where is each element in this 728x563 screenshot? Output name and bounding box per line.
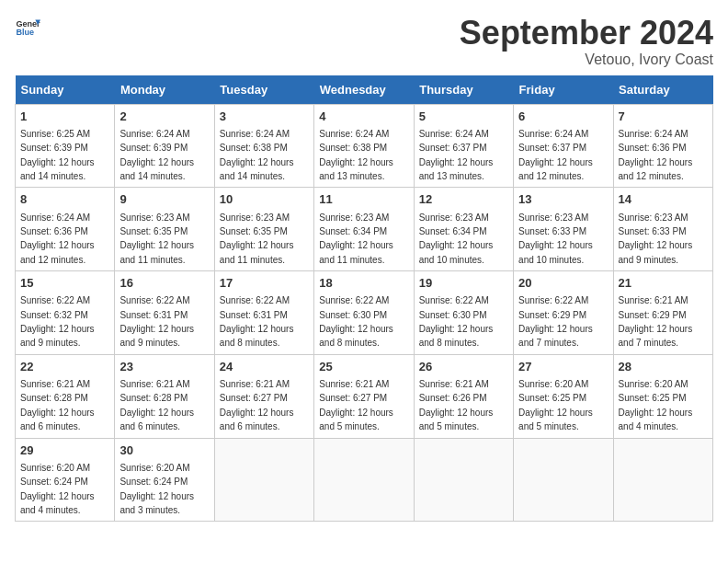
day-info: Sunrise: 6:21 AMSunset: 6:26 PMDaylight:… (419, 379, 494, 431)
svg-text:Blue: Blue (16, 28, 34, 37)
header-sunday: Sunday (16, 75, 115, 105)
day-number: 25 (319, 359, 408, 375)
header-thursday: Thursday (414, 75, 513, 105)
table-row: 27 Sunrise: 6:20 AMSunset: 6:25 PMDaylig… (514, 354, 613, 438)
day-number: 28 (619, 359, 708, 375)
day-info: Sunrise: 6:24 AMSunset: 6:36 PMDaylight:… (20, 213, 95, 265)
title-block: September 2024 Vetouo, Ivory Coast (460, 15, 713, 68)
day-info: Sunrise: 6:22 AMSunset: 6:30 PMDaylight:… (419, 295, 494, 348)
day-number: 3 (220, 109, 309, 125)
calendar-row: 22 Sunrise: 6:21 AMSunset: 6:28 PMDaylig… (16, 354, 713, 438)
table-row: 2 Sunrise: 6:24 AMSunset: 6:39 PMDayligh… (115, 104, 214, 188)
day-number: 23 (119, 359, 209, 375)
table-row: 26 Sunrise: 6:21 AMSunset: 6:26 PMDaylig… (414, 354, 513, 438)
day-info: Sunrise: 6:21 AMSunset: 6:29 PMDaylight:… (619, 295, 693, 348)
day-number: 9 (119, 191, 209, 208)
day-info: Sunrise: 6:22 AMSunset: 6:31 PMDaylight:… (220, 295, 294, 348)
table-row: 17 Sunrise: 6:22 AMSunset: 6:31 PMDaylig… (214, 271, 313, 355)
table-row: 22 Sunrise: 6:21 AMSunset: 6:28 PMDaylig… (16, 354, 115, 438)
day-number: 1 (20, 109, 109, 125)
day-info: Sunrise: 6:24 AMSunset: 6:37 PMDaylight:… (419, 129, 494, 181)
table-row (214, 438, 313, 522)
table-row (613, 438, 712, 522)
day-info: Sunrise: 6:23 AMSunset: 6:34 PMDaylight:… (419, 213, 494, 265)
table-row: 5 Sunrise: 6:24 AMSunset: 6:37 PMDayligh… (414, 104, 513, 188)
header-tuesday: Tuesday (214, 75, 313, 105)
table-row: 18 Sunrise: 6:22 AMSunset: 6:30 PMDaylig… (314, 271, 414, 355)
header-wednesday: Wednesday (314, 75, 414, 105)
day-info: Sunrise: 6:22 AMSunset: 6:32 PMDaylight:… (20, 295, 95, 348)
day-number: 7 (619, 109, 708, 125)
day-number: 18 (319, 275, 408, 292)
day-info: Sunrise: 6:20 AMSunset: 6:25 PMDaylight:… (518, 379, 593, 431)
table-row: 23 Sunrise: 6:21 AMSunset: 6:28 PMDaylig… (115, 354, 214, 438)
day-number: 4 (319, 109, 408, 125)
day-number: 16 (119, 275, 209, 292)
table-row: 12 Sunrise: 6:23 AMSunset: 6:34 PMDaylig… (414, 188, 513, 271)
day-info: Sunrise: 6:20 AMSunset: 6:24 PMDaylight:… (20, 463, 95, 515)
table-row: 4 Sunrise: 6:24 AMSunset: 6:38 PMDayligh… (314, 104, 414, 188)
day-info: Sunrise: 6:21 AMSunset: 6:28 PMDaylight:… (20, 379, 95, 431)
day-number: 17 (220, 275, 309, 292)
day-info: Sunrise: 6:23 AMSunset: 6:33 PMDaylight:… (518, 213, 593, 265)
day-info: Sunrise: 6:24 AMSunset: 6:39 PMDaylight:… (119, 129, 194, 181)
table-row: 24 Sunrise: 6:21 AMSunset: 6:27 PMDaylig… (214, 354, 313, 438)
day-info: Sunrise: 6:24 AMSunset: 6:38 PMDaylight:… (319, 129, 393, 181)
day-info: Sunrise: 6:21 AMSunset: 6:27 PMDaylight:… (220, 379, 294, 431)
day-info: Sunrise: 6:20 AMSunset: 6:25 PMDaylight:… (619, 379, 693, 431)
logo: General Blue (15, 15, 40, 40)
calendar-row: 1 Sunrise: 6:25 AMSunset: 6:39 PMDayligh… (16, 104, 713, 188)
day-number: 10 (220, 191, 309, 208)
location-title: Vetouo, Ivory Coast (460, 52, 713, 68)
table-row: 6 Sunrise: 6:24 AMSunset: 6:37 PMDayligh… (514, 104, 613, 188)
day-info: Sunrise: 6:24 AMSunset: 6:37 PMDaylight:… (518, 129, 593, 181)
day-number: 24 (220, 359, 309, 375)
day-number: 2 (119, 109, 209, 125)
day-info: Sunrise: 6:20 AMSunset: 6:24 PMDaylight:… (119, 463, 194, 515)
table-row: 29 Sunrise: 6:20 AMSunset: 6:24 PMDaylig… (16, 438, 115, 522)
calendar-table: Sunday Monday Tuesday Wednesday Thursday… (15, 75, 713, 523)
day-info: Sunrise: 6:21 AMSunset: 6:28 PMDaylight:… (119, 379, 194, 431)
table-row: 28 Sunrise: 6:20 AMSunset: 6:25 PMDaylig… (613, 354, 712, 438)
day-number: 27 (518, 359, 608, 375)
day-number: 19 (419, 275, 508, 292)
day-number: 12 (419, 191, 508, 208)
day-info: Sunrise: 6:22 AMSunset: 6:30 PMDaylight:… (319, 295, 393, 348)
header: General Blue September 2024 Vetouo, Ivor… (15, 15, 713, 68)
day-number: 8 (20, 191, 109, 208)
month-title: September 2024 (460, 15, 713, 52)
table-row: 10 Sunrise: 6:23 AMSunset: 6:35 PMDaylig… (214, 188, 313, 271)
day-info: Sunrise: 6:23 AMSunset: 6:33 PMDaylight:… (619, 213, 693, 265)
table-row: 15 Sunrise: 6:22 AMSunset: 6:32 PMDaylig… (16, 271, 115, 355)
day-number: 26 (419, 359, 508, 375)
day-info: Sunrise: 6:24 AMSunset: 6:38 PMDaylight:… (220, 129, 294, 181)
day-info: Sunrise: 6:21 AMSunset: 6:27 PMDaylight:… (319, 379, 393, 431)
day-info: Sunrise: 6:23 AMSunset: 6:34 PMDaylight:… (319, 213, 393, 265)
table-row (414, 438, 513, 522)
table-row (514, 438, 613, 522)
table-row: 21 Sunrise: 6:21 AMSunset: 6:29 PMDaylig… (613, 271, 712, 355)
day-info: Sunrise: 6:23 AMSunset: 6:35 PMDaylight:… (220, 213, 294, 265)
header-friday: Friday (514, 75, 613, 105)
table-row: 7 Sunrise: 6:24 AMSunset: 6:36 PMDayligh… (613, 104, 712, 188)
day-number: 30 (119, 442, 209, 459)
table-row: 13 Sunrise: 6:23 AMSunset: 6:33 PMDaylig… (514, 188, 613, 271)
day-number: 6 (518, 109, 608, 125)
table-row: 1 Sunrise: 6:25 AMSunset: 6:39 PMDayligh… (16, 104, 115, 188)
table-row: 9 Sunrise: 6:23 AMSunset: 6:35 PMDayligh… (115, 188, 214, 271)
calendar-row: 29 Sunrise: 6:20 AMSunset: 6:24 PMDaylig… (16, 438, 713, 522)
calendar-row: 15 Sunrise: 6:22 AMSunset: 6:32 PMDaylig… (16, 271, 713, 355)
day-number: 14 (619, 191, 708, 208)
day-info: Sunrise: 6:22 AMSunset: 6:29 PMDaylight:… (518, 295, 593, 348)
header-monday: Monday (115, 75, 214, 105)
table-row: 14 Sunrise: 6:23 AMSunset: 6:33 PMDaylig… (613, 188, 712, 271)
table-row: 19 Sunrise: 6:22 AMSunset: 6:30 PMDaylig… (414, 271, 513, 355)
day-number: 20 (518, 275, 608, 292)
calendar-row: 8 Sunrise: 6:24 AMSunset: 6:36 PMDayligh… (16, 188, 713, 271)
day-info: Sunrise: 6:25 AMSunset: 6:39 PMDaylight:… (20, 129, 95, 181)
table-row: 16 Sunrise: 6:22 AMSunset: 6:31 PMDaylig… (115, 271, 214, 355)
day-number: 21 (619, 275, 708, 292)
day-number: 29 (20, 442, 109, 459)
day-info: Sunrise: 6:23 AMSunset: 6:35 PMDaylight:… (119, 213, 194, 265)
day-info: Sunrise: 6:22 AMSunset: 6:31 PMDaylight:… (119, 295, 194, 348)
